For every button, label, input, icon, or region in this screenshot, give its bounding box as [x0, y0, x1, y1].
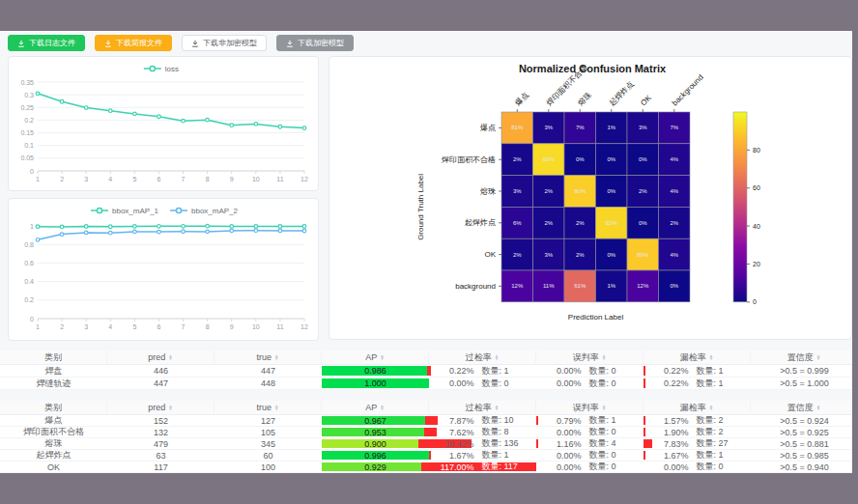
- data-point: [254, 123, 258, 126]
- download-report-button[interactable]: 下载简报文件: [95, 35, 172, 51]
- rate-count: 数量: 117: [482, 462, 532, 472]
- sort-caret-icon[interactable]: ▲▼: [274, 405, 278, 411]
- data-point: [108, 231, 112, 235]
- x-tick-label: 5: [132, 323, 136, 330]
- rate-count: 数量: 2: [697, 427, 747, 437]
- x-tick-label: 11: [276, 176, 283, 182]
- caret-down-icon: ▼: [168, 407, 172, 411]
- sort-caret-icon[interactable]: ▲▼: [380, 354, 384, 361]
- x-tick-label: 7: [182, 176, 186, 182]
- col-header-label: 过检率: [466, 402, 492, 414]
- download-encrypted-model-button[interactable]: 下载加密模型: [276, 35, 354, 51]
- sort-caret-icon[interactable]: ▲▼: [495, 354, 499, 361]
- data-point: [230, 229, 234, 233]
- table-row: 焊缝轨迹4474481.0000.00%数量: 00.00%数量: 00.22%…: [0, 378, 858, 390]
- sort-caret-icon[interactable]: ▲▼: [709, 405, 713, 411]
- pred-cell: 479: [107, 438, 214, 449]
- y-tick-label: 0.2: [24, 117, 34, 124]
- miss-rate-cell: 1.67%数量: 1: [644, 450, 751, 461]
- data-point: [302, 229, 306, 233]
- column-label: 熔珠: [576, 91, 593, 108]
- col-header-over-rate[interactable]: 过检率▲▼: [429, 350, 536, 365]
- x-tick-label: 2: [60, 176, 64, 182]
- sort-caret-icon[interactable]: ▲▼: [380, 405, 384, 411]
- rate-percent: 1.16%: [541, 439, 582, 449]
- ap-cell: 1.000: [322, 378, 429, 389]
- col-header-true[interactable]: true▲▼: [214, 350, 322, 365]
- col-header-misjudge-rate[interactable]: 误判率▲▼: [536, 350, 644, 365]
- col-header-miss-rate[interactable]: 漏检率▲▼: [644, 401, 751, 415]
- col-header-ap[interactable]: AP▲▼: [322, 350, 429, 365]
- sort-caret-icon[interactable]: ▲▼: [602, 354, 606, 361]
- data-point: [206, 224, 210, 228]
- over-rate-cell: 7.62%数量: 8: [429, 427, 536, 437]
- x-tick-label: 12: [300, 176, 308, 182]
- col-header-pred[interactable]: pred▲▼: [107, 350, 214, 365]
- misjudge-rate-cell: 0.79%数量: 1: [536, 415, 644, 426]
- download-log-button[interactable]: 下载日志文件: [8, 35, 85, 51]
- legend-label: bbox_mAP_2: [191, 207, 239, 215]
- rate-count: 数量: 2: [697, 415, 747, 426]
- table-row: 焊印面积不合格1321050.9537.62%数量: 80.00%数量: 01.…: [0, 427, 858, 438]
- sort-caret-icon[interactable]: ▲▼: [709, 354, 713, 361]
- series-line: [38, 226, 304, 227]
- row-label: OK: [484, 250, 496, 259]
- true-cell: 105: [214, 427, 322, 437]
- col-header-pred[interactable]: pred▲▼: [107, 401, 214, 415]
- caret-down-icon: ▼: [274, 407, 278, 411]
- x-tick-label: 12: [300, 323, 308, 330]
- data-point: [206, 230, 210, 234]
- data-point: [60, 233, 64, 237]
- x-tick-label: 10: [252, 323, 260, 330]
- caret-down-icon: ▼: [380, 357, 384, 361]
- y-axis-title: Ground Truth Label: [416, 174, 425, 240]
- legend-item[interactable]: bbox_mAP_2: [170, 207, 239, 215]
- app-window: 下载日志文件 下载简报文件 下载非加密模型 下载加密模型 loss00.050.…: [0, 0, 858, 504]
- legend-label: bbox_mAP_1: [112, 207, 159, 215]
- col-header-confidence[interactable]: 置信度▲▼: [751, 401, 858, 415]
- data-point: [278, 225, 282, 229]
- sort-caret-icon[interactable]: ▲▼: [168, 405, 172, 411]
- rate-bar: [644, 428, 645, 436]
- rate-count: 数量: 0: [482, 378, 532, 389]
- column-label: background: [671, 72, 705, 107]
- x-tick-label: 4: [108, 176, 112, 182]
- col-header-ap[interactable]: AP▲▼: [322, 401, 429, 415]
- misjudge-rate-cell: 0.00%数量: 0: [536, 378, 644, 389]
- matrix-cell-value: 0%: [639, 156, 647, 162]
- column-label: 爆点: [513, 91, 530, 108]
- confusion-matrix-chart: Normalized Confusion Matrix81%3%7%1%3%7%…: [329, 57, 851, 339]
- col-header-miss-rate[interactable]: 漏检率▲▼: [644, 350, 751, 365]
- rate-percent: 0.00%: [541, 451, 582, 461]
- table-row: 爆点1521270.9677.87%数量: 100.79%数量: 11.57%数…: [0, 415, 858, 427]
- sort-caret-icon[interactable]: ▲▼: [816, 405, 820, 411]
- row-label: 熔珠: [480, 187, 496, 196]
- y-tick-label: 0: [30, 316, 34, 322]
- rate-count: 数量: 8: [482, 427, 532, 437]
- rate-percent: 7.62%: [434, 428, 474, 437]
- col-header-true[interactable]: true▲▼: [214, 401, 322, 415]
- series-line: [38, 231, 304, 240]
- download-plain-model-button[interactable]: 下载非加密模型: [182, 35, 267, 51]
- caret-down-icon: ▼: [495, 357, 499, 361]
- col-header-class: 类别: [0, 401, 107, 415]
- data-point: [302, 225, 306, 229]
- sort-caret-icon[interactable]: ▲▼: [602, 405, 606, 411]
- sort-caret-icon[interactable]: ▲▼: [495, 405, 499, 411]
- row-label: background: [455, 282, 496, 291]
- sort-caret-icon[interactable]: ▲▼: [274, 354, 278, 361]
- table-row: OK1171000.929117.00%数量: 1170.00%数量: 00.0…: [0, 462, 858, 473]
- sort-caret-icon[interactable]: ▲▼: [816, 354, 820, 361]
- rate-percent: 1.67%: [648, 451, 689, 461]
- x-tick-label: 5: [132, 176, 136, 182]
- legend-marker: [97, 208, 101, 212]
- legend-item[interactable]: bbox_mAP_1: [91, 207, 159, 215]
- col-header-over-rate[interactable]: 过检率▲▼: [429, 401, 536, 415]
- sort-caret-icon[interactable]: ▲▼: [168, 354, 172, 361]
- col-header-misjudge-rate[interactable]: 误判率▲▼: [536, 401, 644, 415]
- data-point: [278, 125, 282, 128]
- rate-count: 数量: 0: [589, 450, 640, 461]
- col-header-confidence[interactable]: 置信度▲▼: [751, 350, 858, 365]
- row-label: 起焊炸点: [465, 218, 496, 227]
- legend-item[interactable]: loss: [144, 65, 179, 73]
